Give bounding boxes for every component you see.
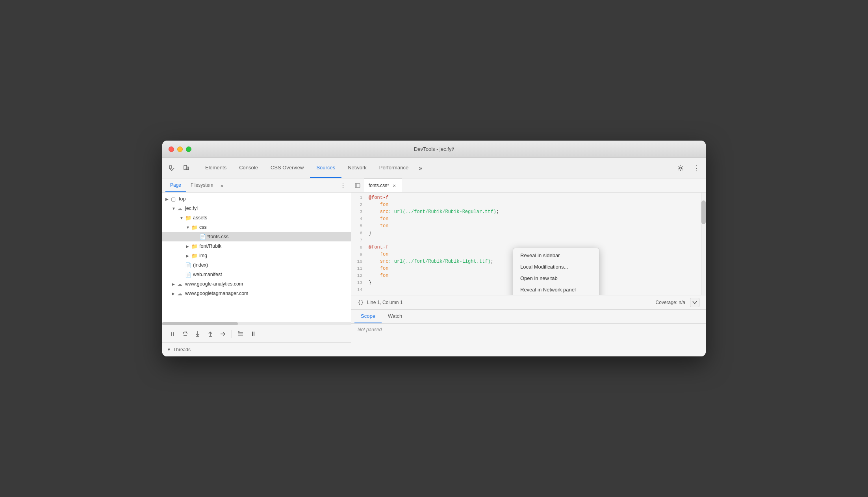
tab-elements[interactable]: Elements xyxy=(199,158,233,178)
svg-rect-2 xyxy=(187,167,189,170)
traffic-lights xyxy=(169,147,191,152)
step-out-button[interactable] xyxy=(205,328,216,339)
pause-on-exceptions-button[interactable]: ⏸ xyxy=(248,328,259,339)
more-panel-tabs[interactable]: » xyxy=(218,182,226,189)
panel-tabs: Page Filesystem » ⋮ xyxy=(162,178,351,193)
debug-tabs: Scope Watch xyxy=(351,310,706,324)
tab-close-button[interactable]: ✕ xyxy=(391,183,397,188)
tree-item-fonts-css[interactable]: 📄 *fonts.css xyxy=(162,232,351,241)
pause-button[interactable]: ⏸ xyxy=(167,328,178,339)
code-line-5: 5 fon xyxy=(351,223,701,230)
menu-item-local-modifications[interactable]: Local Modifications... xyxy=(513,261,599,273)
code-line-7: 7 xyxy=(351,237,701,244)
title-bar: DevTools - jec.fyi/ xyxy=(162,141,706,158)
tree-item-assets[interactable]: ▼ 📁 assets xyxy=(162,213,351,223)
tab-console[interactable]: Console xyxy=(233,158,264,178)
tab-css-overview[interactable]: CSS Overview xyxy=(264,158,310,178)
domain-icon: ☁ xyxy=(177,206,184,211)
tree-item-top[interactable]: ▶ ▢ top xyxy=(162,194,351,204)
tree-item-webmanifest[interactable]: 📄 web.manifest xyxy=(162,270,351,279)
code-line-3: 3 src: url(../font/Rubik/Rubik-Regular.t… xyxy=(351,208,701,215)
threads-label: Threads xyxy=(173,347,191,352)
tree-item-font-rubik[interactable]: ▶ 📁 font/Rubik xyxy=(162,241,351,251)
css-file-icon: 📄 xyxy=(199,234,206,240)
tree-arrow: ▶ xyxy=(186,254,191,258)
tree-arrow: ▼ xyxy=(180,216,185,220)
menu-item-reveal-sidebar[interactable]: Reveal in sidebar xyxy=(513,250,599,261)
more-options-button[interactable]: ⋮ xyxy=(690,162,703,174)
code-line-6: 6 } xyxy=(351,230,701,237)
tree-item-google-analytics[interactable]: ▶ ☁ www.google-analytics.com xyxy=(162,279,351,289)
folder-icon: 📁 xyxy=(191,243,198,249)
folder-icon: 📁 xyxy=(191,253,198,259)
editor-tabs: fonts.css* ✕ xyxy=(351,178,706,193)
editor-tab-fonts-css[interactable]: fonts.css* ✕ xyxy=(364,178,402,192)
tab-performance[interactable]: Performance xyxy=(373,158,415,178)
tree-item-index[interactable]: 📄 (index) xyxy=(162,260,351,270)
horizontal-scrollbar[interactable] xyxy=(162,322,351,325)
tree-arrow: ▶ xyxy=(172,282,177,286)
left-panel: Page Filesystem » ⋮ ▶ ▢ top xyxy=(162,178,351,356)
editor-area: 1 @font-f 2 fon 3 src: url(../font/Rubik… xyxy=(351,193,706,295)
status-bar: {} Line 1, Column 1 Coverage: n/a xyxy=(351,295,706,309)
minimize-button[interactable] xyxy=(177,147,183,152)
menu-item-open-new-tab[interactable]: Open in new tab xyxy=(513,273,599,284)
devtools-window: DevTools - jec.fyi/ Elements xyxy=(162,141,706,356)
menu-item-reveal-network[interactable]: Reveal in Network panel xyxy=(513,284,599,295)
svg-rect-0 xyxy=(169,166,172,168)
deactivate-breakpoints-button[interactable] xyxy=(235,328,246,339)
code-line-2: 2 fon xyxy=(351,201,701,208)
folder-icon: 📁 xyxy=(191,224,198,230)
tree-arrow: ▼ xyxy=(186,225,191,230)
tab-scope[interactable]: Scope xyxy=(354,310,382,323)
tree-item-css[interactable]: ▼ 📁 css xyxy=(162,223,351,232)
tree-item-jecfyi[interactable]: ▼ ☁ jec.fyi xyxy=(162,204,351,213)
coverage-button[interactable] xyxy=(690,298,699,307)
tree-arrow: ▶ xyxy=(186,244,191,248)
file-icon: 📄 xyxy=(185,262,192,268)
tab-page[interactable]: Page xyxy=(165,178,186,192)
domain-icon: ☁ xyxy=(177,291,184,297)
threads-section[interactable]: ▼ Threads xyxy=(162,342,351,356)
tab-sources[interactable]: Sources xyxy=(310,158,341,178)
bottom-toolbar: ⏸ xyxy=(162,325,351,342)
file-icon: 📄 xyxy=(185,272,192,278)
window-title: DevTools - jec.fyi/ xyxy=(414,146,454,152)
settings-button[interactable] xyxy=(674,162,687,174)
debug-content: Not paused xyxy=(351,324,706,356)
coverage-label: Coverage: n/a xyxy=(656,300,685,305)
svg-point-3 xyxy=(185,169,186,169)
scrollbar-thumb xyxy=(701,200,706,224)
format-icon[interactable]: {} xyxy=(358,299,364,305)
toolbar-divider xyxy=(232,330,232,338)
context-menu: Reveal in sidebar Local Modifications...… xyxy=(513,248,599,295)
tab-filename: fonts.css* xyxy=(369,183,389,188)
more-tabs-button[interactable]: » xyxy=(415,158,426,178)
vertical-scrollbar[interactable] xyxy=(701,193,706,295)
tab-network[interactable]: Network xyxy=(341,158,373,178)
status-bar-right: Coverage: n/a xyxy=(656,298,699,307)
debug-panel: Scope Watch Not paused xyxy=(351,309,706,356)
tab-filesystem[interactable]: Filesystem xyxy=(186,178,218,192)
toolbar-icons xyxy=(165,158,197,178)
threads-arrow: ▼ xyxy=(167,347,171,352)
step-into-button[interactable] xyxy=(192,328,203,339)
frame-icon: ▢ xyxy=(171,196,178,202)
code-line-1: 1 @font-f xyxy=(351,194,701,201)
step-button[interactable] xyxy=(217,328,228,339)
tree-arrow: ▼ xyxy=(172,206,177,211)
tree-item-img[interactable]: ▶ 📁 img xyxy=(162,251,351,260)
panel-tab-options[interactable]: ⋮ xyxy=(338,182,348,189)
svg-rect-15 xyxy=(355,184,360,187)
inspect-element-button[interactable] xyxy=(165,162,178,174)
device-toolbar-button[interactable] xyxy=(180,162,192,174)
header-right-icons: ⋮ xyxy=(671,158,703,178)
close-button[interactable] xyxy=(169,147,174,152)
toggle-sidebar-button[interactable] xyxy=(353,181,362,190)
folder-icon: 📁 xyxy=(185,215,192,221)
tree-item-googletagmanager[interactable]: ▶ ☁ www.googletagmanager.com xyxy=(162,289,351,298)
step-over-button[interactable] xyxy=(180,328,191,339)
fullscreen-button[interactable] xyxy=(186,147,191,152)
devtools-tabs: Elements Console CSS Overview Sources Ne… xyxy=(199,158,671,178)
tab-watch[interactable]: Watch xyxy=(382,310,408,323)
